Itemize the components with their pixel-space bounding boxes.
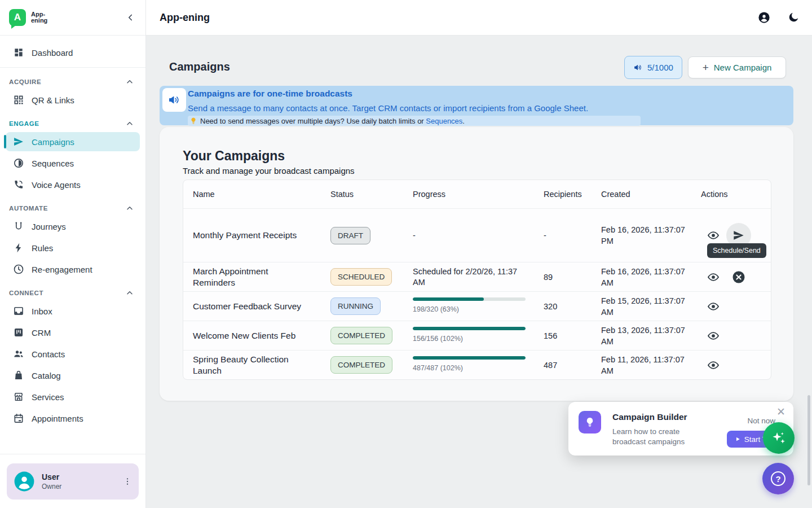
column-header-recipients: Recipients [544,190,601,199]
clock-icon [13,264,24,275]
sidebar-item-journeys[interactable]: Journeys [6,217,140,236]
sidebar-item-catalog[interactable]: Catalog [6,366,140,385]
recipients-count: 156 [544,331,601,340]
sidebar-item-campaigns[interactable]: Campaigns [6,132,140,151]
sidebar-item-label: CRM [32,328,51,338]
ai-assistant-fab[interactable] [763,422,795,454]
sequence-icon [13,157,24,169]
sidebar-item-voice-agents[interactable]: Voice Agents [6,175,140,194]
progress-bar-fill [413,356,526,360]
progress-cell: Scheduled for 2/20/26, 11:37 AM [413,266,544,288]
status-badge: RUNNING [330,297,381,315]
user-card[interactable]: User Owner [7,463,139,500]
chevron-up-icon[interactable] [125,288,134,297]
send-icon [13,136,24,147]
scrollbar-thumb[interactable] [807,395,810,485]
progress-bar [413,327,526,330]
sequences-link[interactable]: Sequences [426,117,462,125]
sidebar-item-appointments[interactable]: Appointments [6,409,140,428]
plus-icon: + [703,62,709,73]
chevron-up-icon[interactable] [125,77,134,86]
sidebar-item-label: Rules [32,243,53,253]
progress-bar-fill [413,327,526,330]
sidebar-item-qr-links[interactable]: QR & Links [6,90,140,110]
column-header-status: Status [330,190,413,199]
created-date: Feb 15, 2026, 11:37:07 AM [601,295,701,318]
calendar-icon [13,413,24,424]
campaign-row: Spring Beauty Collection LaunchCOMPLETED… [183,350,771,379]
actions-cell [701,359,771,371]
campaign-name: Customer Feedback Survey [193,301,303,312]
dark-mode-moon-icon[interactable] [787,11,800,24]
campaign-row: Customer Feedback SurveyRUNNING198/320 (… [183,291,771,321]
sidebar-item-label: Journeys [32,222,66,231]
section-label-engage: ENGAGE [0,112,145,130]
sidebar-item-inbox[interactable]: Inbox [6,301,140,321]
sidebar-item-dashboard[interactable]: Dashboard [6,43,140,62]
sidebar-item-label: Dashboard [32,48,73,58]
sparkles-icon [771,430,787,446]
help-fab[interactable]: ? [762,463,794,494]
actions-cell [701,265,771,290]
view-campaign-eye-icon[interactable] [707,229,720,242]
progress-label: 198/320 (63%) [413,304,527,315]
play-icon [735,436,740,442]
progress-label: 487/487 (102%) [413,363,527,374]
sidebar-item-sequences[interactable]: Sequences [6,154,140,173]
progress-cell: - [413,230,544,241]
progress-cell: 487/487 (102%) [413,356,544,374]
sidebar-item-label: Catalog [32,371,61,380]
section-label-text: AUTOMATE [9,205,48,212]
view-campaign-eye-icon[interactable] [707,271,720,283]
campaign-row: Welcome New Clients FebCOMPLETED156/156 … [183,321,771,350]
view-campaign-eye-icon[interactable] [707,359,720,371]
campaign-name: Welcome New Clients Feb [193,330,303,341]
user-avatar-icon [14,471,35,492]
inbox-icon [13,305,24,317]
dashboard-icon [13,47,24,58]
campaign-quota-badge[interactable]: 5/1000 [624,56,682,79]
status-badge: COMPLETED [330,327,392,344]
sidebar: A App- ening Dashboard ACQUIREQR & Links… [0,0,146,508]
banner-body: Send a message to many contacts at once.… [188,103,588,113]
sidebar-item-label: Sequences [32,159,74,168]
sidebar-item-contacts[interactable]: Contacts [6,344,140,364]
sidebar-collapse-icon[interactable] [125,12,135,23]
actions-cell [701,330,771,342]
view-campaign-eye-icon[interactable] [707,330,720,342]
info-banner: Campaigns are for one-time broadcasts Se… [160,86,793,125]
new-campaign-button[interactable]: + New Campaign [688,56,786,78]
campaign-row: March Appointment RemindersSCHEDULEDSche… [183,262,771,291]
sidebar-item-label: Voice Agents [32,180,81,190]
section-label-connect: CONNECT [0,281,145,299]
sidebar-item-rules[interactable]: Rules [6,238,140,257]
topbar-title: App-ening [160,12,210,24]
sidebar-header: A App- ening [0,0,145,36]
app-logo-icon: A [9,9,26,26]
sidebar-item-crm[interactable]: CRM [6,323,140,342]
chevron-up-icon[interactable] [125,119,134,128]
campaigns-card-title: Your Campaigns [183,148,285,164]
chevron-up-icon[interactable] [125,204,134,213]
column-header-progress: Progress [413,190,544,199]
actions-cell [701,300,771,313]
main-content: Campaigns 5/1000 + New Campaign Campaign… [146,36,812,508]
user-menu-dots-icon[interactable] [123,476,132,487]
progress-bar [413,297,526,301]
sidebar-item-re-engagement[interactable]: Re-engagement [6,260,140,279]
send-icon [732,229,745,242]
sidebar-divider [0,67,145,68]
status-badge: SCHEDULED [330,268,392,286]
campaign-name: Spring Beauty Collection Launch [193,354,303,376]
section-label-automate: AUTOMATE [0,196,145,214]
sidebar-item-label: Campaigns [32,137,74,147]
account-icon[interactable] [758,11,770,24]
campaign-name: Monthly Payment Receipts [193,230,303,241]
close-icon[interactable]: ✕ [776,406,785,417]
schedule-send-tooltip: Schedule/Send [707,243,766,258]
progress-cell: 156/156 (102%) [413,327,544,344]
cancel-campaign-button[interactable] [726,265,751,290]
sidebar-item-services[interactable]: Services [6,387,140,406]
view-campaign-eye-icon[interactable] [707,300,720,313]
bag-icon [13,370,24,381]
